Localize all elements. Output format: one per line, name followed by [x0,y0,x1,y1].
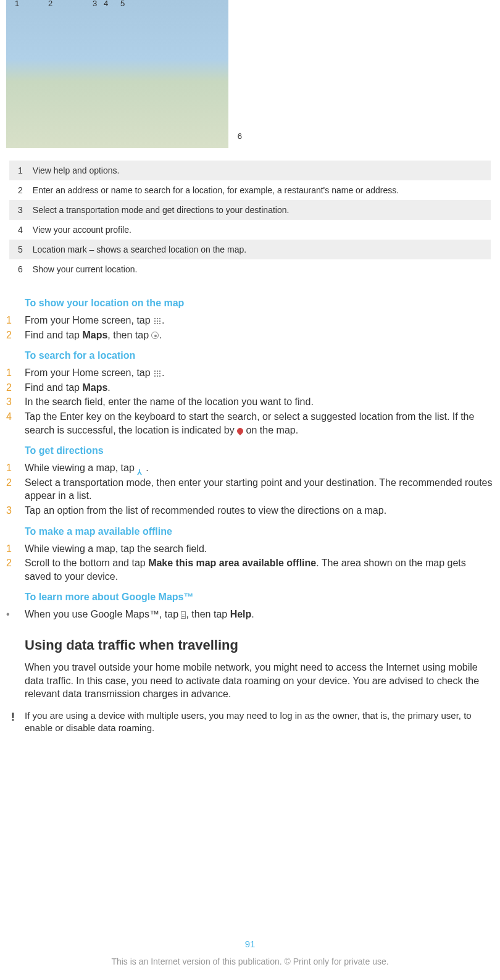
legend-row: 6Show your current location. [9,259,491,279]
important-icon: ! [6,710,25,724]
apps-grid-icon [153,317,162,325]
text: When you use Google Maps™, tap [25,609,181,619]
text: . [162,367,164,378]
legend-table: 1View help and options. 2Enter an addres… [9,161,491,279]
legend-row: 3Select a transportation mode and get di… [9,200,491,220]
legend-num: 2 [9,180,28,200]
step-text: Find and tap Maps, then tap . [25,329,494,342]
step-text: In the search field, enter the name of t… [25,395,494,409]
step-text: While viewing a map, tap . [25,461,494,475]
text: . [146,463,148,473]
step: 2 Find and tap Maps, then tap . [6,329,494,342]
main-heading: Using data traffic when travelling [25,637,494,653]
step: 2 Select a transportation mode, then ent… [6,476,494,503]
step-number: 2 [6,381,25,395]
step-text: From your Home screen, tap . [25,366,494,380]
bold-text: Maps [82,330,107,340]
callout-6: 6 [238,132,242,141]
text: From your Home screen, tap [25,367,153,378]
legend-row: 2Enter an address or name to search for … [9,180,491,200]
text: Find and tap [25,330,82,340]
text: While viewing a map, tap [25,463,137,473]
legend-text: Location mark – shows a searched locatio… [28,240,491,259]
step: 1 From your Home screen, tap . [6,366,494,380]
step-number: 3 [6,395,25,409]
step: 2 Find and tap Maps. [6,381,494,395]
step-text: When you use Google Maps™, tap , then ta… [25,608,494,621]
callout-3: 3 [93,0,97,8]
bullet-icon: • [6,608,25,621]
legend-row: 5Location mark – shows a searched locati… [9,240,491,259]
step-text: While viewing a map, tap the search fiel… [25,542,494,556]
text: . [162,315,164,325]
bold-text: Make this map area available offline [148,558,316,568]
step: 3 In the search field, enter the name of… [6,395,494,409]
step-number: 2 [6,329,25,342]
text: , then tap [107,330,151,340]
heading-offline-map: To make a map available offline [25,526,494,537]
step-number: 3 [6,504,25,517]
step-text: Tap the Enter key on the keyboard to sta… [25,410,494,437]
text: Find and tap [25,382,82,393]
legend-num: 5 [9,240,28,259]
step: 1 While viewing a map, tap . [6,461,494,475]
heading-search-location: To search for a location [25,350,494,361]
heading-show-location: To show your location on the map [25,298,494,309]
legend-row: 4View your account profile. [9,220,491,240]
legend-text: View your account profile. [28,220,491,240]
text: , then tap [186,609,230,619]
heading-get-directions: To get directions [25,445,494,456]
callout-1: 1 [15,0,19,8]
callout-5: 5 [120,0,125,8]
text: . [159,330,161,340]
legend-text: Show your current location. [28,259,491,279]
legend-text: Select a transportation mode and get dir… [28,200,491,220]
step: 1 While viewing a map, tap the search fi… [6,542,494,556]
my-location-icon [151,332,159,339]
note: ! If you are using a device with multipl… [6,710,488,735]
legend-row: 1View help and options. [9,161,491,180]
step: 3 Tap an option from the list of recomme… [6,504,494,517]
step-number: 1 [6,366,25,380]
page-number: 91 [0,939,500,949]
apps-grid-icon [153,369,162,378]
map-overview-image: 1 2 3 4 5 6 [6,0,228,148]
step-text: Select a transportation mode, then enter… [25,476,494,503]
body-paragraph: When you travel outside your home mobile… [25,661,488,701]
text: Scroll to the bottom and tap [25,558,148,568]
callout-4: 4 [104,0,108,8]
menu-icon [181,611,186,619]
step-text: Scroll to the bottom and tap Make this m… [25,556,494,583]
legend-text: Enter an address or name to search for a… [28,180,491,200]
bold-text: Help [230,609,252,619]
step: • When you use Google Maps™, tap , then … [6,608,494,621]
text: . [251,609,254,619]
callout-2: 2 [48,0,52,8]
note-text: If you are using a device with multiple … [25,710,488,735]
legend-num: 1 [9,161,28,180]
step-number: 4 [6,410,25,424]
step-number: 2 [6,556,25,570]
step-number: 1 [6,461,25,475]
step-number: 1 [6,542,25,556]
legend-num: 3 [9,200,28,220]
footer-text: This is an Internet version of this publ… [0,957,500,966]
step: 4 Tap the Enter key on the keyboard to s… [6,410,494,437]
directions-icon [137,464,146,473]
bold-text: Maps [82,382,107,393]
step: 1 From your Home screen, tap . [6,314,494,327]
step-number: 1 [6,314,25,327]
text: From your Home screen, tap [25,315,153,325]
legend-num: 4 [9,220,28,240]
text: . [107,382,110,393]
step-text: Tap an option from the list of recommend… [25,504,494,517]
step-text: Find and tap Maps. [25,381,494,395]
step: 2 Scroll to the bottom and tap Make this… [6,556,494,583]
heading-learn-more: To learn more about Google Maps™ [25,592,494,603]
step-number: 2 [6,476,25,490]
legend-num: 6 [9,259,28,279]
text: on the map. [243,425,298,435]
step-text: From your Home screen, tap . [25,314,494,327]
legend-text: View help and options. [28,161,491,180]
